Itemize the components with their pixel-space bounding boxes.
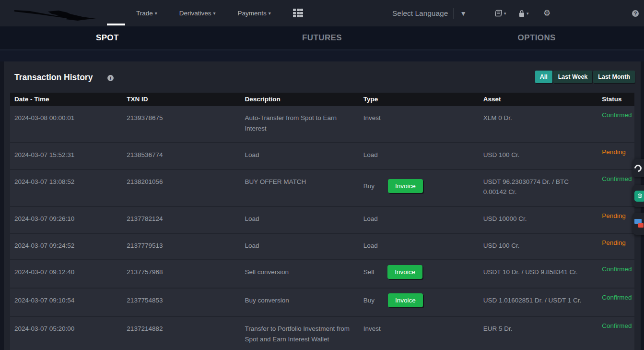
cell-txn-id: 2137754853 — [122, 289, 240, 316]
cell-txn-id: 2137214882 — [122, 317, 240, 350]
type-label: Load — [363, 215, 378, 222]
type-label: Load — [363, 242, 378, 249]
status-badge: Confirmed — [602, 111, 632, 119]
nav-payments[interactable]: Payments ▾ — [238, 10, 271, 17]
cell-date: 2024-03-07 15:52:31 — [10, 143, 122, 169]
chevron-down-icon: ▾ — [269, 11, 271, 16]
cell-type: SellInvoice — [359, 260, 479, 288]
table-row: 2024-03-07 09:26:102137782124LoadLoadUSD… — [10, 207, 634, 233]
type-label: Invest — [363, 325, 381, 332]
type-label: Sell — [363, 267, 375, 278]
apps-grid-icon[interactable] — [293, 9, 304, 18]
security-menu[interactable]: ▾ — [518, 0, 529, 26]
table-row: 2024-03-07 09:10:542137754853Buy convers… — [10, 289, 634, 316]
settings-button[interactable]: ⚙ — [543, 0, 550, 26]
type-label: Buy — [363, 181, 375, 192]
cell-description: BUY OFFER MATCH — [240, 170, 359, 206]
divider — [454, 8, 454, 19]
cell-description: Load — [240, 207, 359, 233]
status-badge: Confirmed — [602, 322, 632, 329]
cell-txn-id: 2138201056 — [122, 170, 240, 206]
nav-payments-label: Payments — [238, 10, 267, 17]
cell-asset: EUR 5 Dr. — [479, 317, 597, 350]
status-badge: Confirmed — [602, 175, 632, 182]
cell-asset: USDT 96.23030774 Dr. / BTC 0.00142 Cr. — [479, 170, 597, 206]
main-nav: Trade ▾ Derivatives ▾ Payments ▾ — [136, 0, 271, 26]
table-row: 2024-03-07 09:12:402137757968Sell conver… — [10, 260, 634, 288]
cell-description: Load — [240, 143, 359, 169]
cell-asset: USDT 10 Dr. / USD 9.858341 Cr. — [479, 260, 597, 288]
cell-description: Load — [240, 234, 359, 260]
col-header-date: Date - Time — [10, 93, 122, 106]
cell-asset: USD 10000 Cr. — [479, 207, 597, 233]
gear-icon: ⚙ — [543, 8, 550, 18]
top-navbar: Trade ▾ Derivatives ▾ Payments ▾ Select … — [0, 0, 644, 26]
invoice-button[interactable]: Invoice — [388, 179, 423, 193]
nav-trade[interactable]: Trade ▾ — [136, 10, 157, 17]
cell-status: Pending — [597, 143, 634, 169]
table-row: 2024-03-07 05:20:002137214882Transfer to… — [10, 317, 634, 350]
info-icon[interactable]: i — [107, 75, 114, 81]
filter-last-week-button[interactable]: Last Week — [553, 71, 593, 83]
status-badge: Confirmed — [602, 266, 632, 273]
chevron-down-icon: ▾ — [504, 11, 506, 16]
edge-widget[interactable] — [632, 185, 644, 207]
type-label: Buy — [363, 295, 375, 306]
cell-asset: XLM 0 Dr. — [479, 106, 597, 142]
cell-date: 2024-03-07 13:08:52 — [10, 170, 122, 206]
cell-status: Pending — [597, 234, 634, 260]
status-badge: Pending — [602, 212, 626, 219]
cell-txn-id: 2138536774 — [122, 143, 240, 169]
transaction-history-panel: Transaction History i All Last Week Last… — [4, 61, 641, 350]
active-nav-indicator — [107, 24, 125, 25]
table-row: 2024-03-07 15:52:312138536774LoadLoadUSD… — [10, 143, 634, 169]
nav-derivatives[interactable]: Derivatives ▾ — [179, 10, 216, 17]
type-label: Load — [363, 151, 378, 158]
cell-txn-id: 2139378675 — [122, 106, 240, 142]
cell-date: 2024-03-07 05:20:00 — [10, 317, 122, 350]
invoice-button[interactable]: Invoice — [388, 293, 423, 307]
tab-futures[interactable]: FUTURES — [215, 26, 430, 49]
language-dropdown-icon[interactable]: ▼ — [460, 10, 467, 17]
logo-scribble-icon — [11, 5, 99, 23]
cell-status: Confirmed — [597, 106, 634, 142]
cell-txn-id: 2137757968 — [122, 260, 240, 288]
col-header-description: Description — [240, 93, 359, 106]
cell-txn-id: 2137779513 — [122, 234, 240, 260]
cell-asset: USD 1.01602851 Dr. / USDT 1 Cr. — [479, 289, 597, 316]
tab-options[interactable]: OPTIONS — [429, 26, 644, 49]
cell-txn-id: 2137782124 — [122, 207, 240, 233]
edge-widget[interactable] — [632, 159, 644, 177]
help-button[interactable]: ? — [632, 0, 639, 26]
cell-status: Confirmed — [597, 317, 634, 350]
cell-description: Buy conversion — [240, 289, 359, 316]
brand-logo[interactable] — [11, 5, 99, 23]
cell-asset: USD 100 Cr. — [479, 234, 597, 260]
language-selector[interactable]: Select Language ▼ — [392, 0, 467, 26]
table-body: 2024-03-08 00:00:012139378675Auto-Transf… — [10, 106, 634, 350]
chevron-down-icon: ▾ — [213, 11, 216, 16]
edge-widget[interactable] — [632, 213, 644, 235]
table-header-row: Date - Time TXN ID Description Type Asse… — [10, 93, 634, 106]
language-label: Select Language — [392, 9, 448, 18]
invoice-button[interactable]: Invoice — [387, 265, 422, 279]
tabbar-lower-band — [0, 49, 644, 61]
status-badge: Pending — [602, 148, 626, 156]
cell-type: Load — [359, 207, 479, 233]
tab-spot[interactable]: SPOT — [0, 26, 215, 49]
date-filter-group: All Last Week Last Month — [535, 71, 635, 83]
cell-date: 2024-03-07 09:10:54 — [10, 289, 122, 316]
passbook-icon — [495, 10, 503, 17]
status-badge: Pending — [602, 239, 626, 246]
passbook-menu[interactable]: ▾ — [495, 0, 506, 26]
cell-type: BuyInvoice — [359, 170, 479, 206]
lock-icon — [518, 10, 525, 17]
col-header-asset: Asset — [479, 93, 597, 106]
filter-all-button[interactable]: All — [535, 71, 552, 83]
cell-type: Load — [359, 143, 479, 169]
filter-last-month-button[interactable]: Last Month — [593, 71, 635, 83]
nav-trade-label: Trade — [136, 10, 153, 17]
table-row: 2024-03-07 09:24:522137779513LoadLoadUSD… — [10, 234, 634, 260]
cell-status: Confirmed — [597, 260, 634, 288]
cell-date: 2024-03-07 09:24:52 — [10, 234, 122, 260]
